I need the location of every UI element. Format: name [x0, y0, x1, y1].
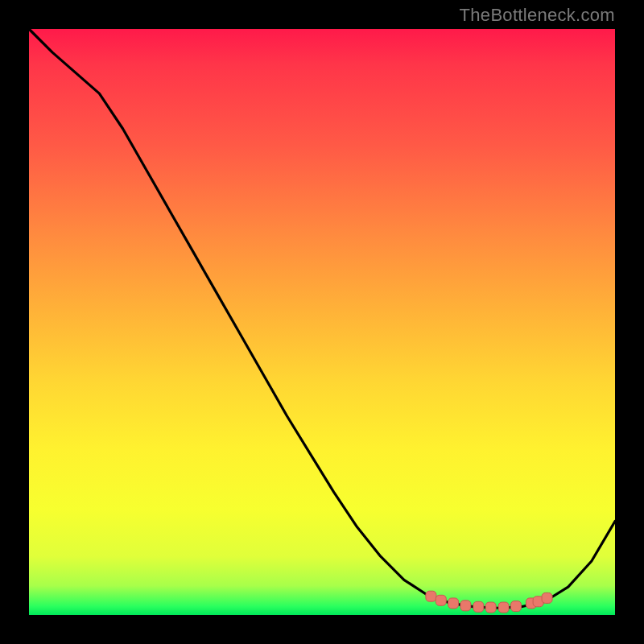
optimum-marker: [542, 592, 552, 603]
optimum-marker: [498, 602, 509, 613]
optimum-marker: [436, 595, 446, 605]
optimum-markers: [426, 591, 552, 613]
bottleneck-curve: [29, 29, 615, 608]
optimum-marker: [460, 601, 471, 611]
plot-area: [29, 29, 615, 615]
optimum-marker: [510, 601, 521, 612]
chart-stage: TheBottleneck.com: [0, 0, 644, 644]
optimum-marker: [426, 591, 436, 601]
optimum-marker: [473, 601, 484, 612]
curve-layer: [29, 29, 615, 615]
optimum-marker: [448, 598, 459, 609]
optimum-marker: [485, 602, 496, 613]
watermark-label: TheBottleneck.com: [460, 5, 615, 26]
